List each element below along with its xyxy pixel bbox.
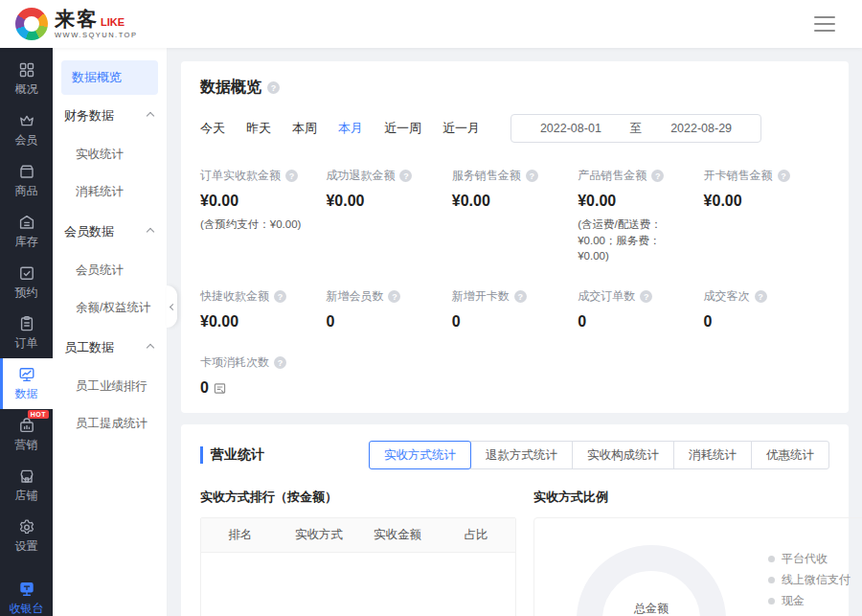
donut-chart: 总金额 ¥0.00 bbox=[577, 545, 726, 616]
subnav-group-staff[interactable]: 员工数据 bbox=[61, 327, 158, 368]
help-icon[interactable]: ? bbox=[651, 170, 664, 182]
help-icon[interactable]: ? bbox=[274, 356, 286, 369]
marketing-bag-icon bbox=[18, 417, 35, 434]
subnav-item-staff-commission[interactable]: 员工提成统计 bbox=[61, 405, 158, 443]
tab-payment-method-stats[interactable]: 实收方式统计 bbox=[369, 441, 471, 469]
subnav-item-data-overview[interactable]: 数据概览 bbox=[61, 60, 158, 95]
column-ratio: 占比 bbox=[437, 518, 515, 552]
legend-item[interactable]: 现金 bbox=[768, 593, 862, 609]
ranking-table-empty-state: 暂无数据 bbox=[201, 553, 515, 616]
crown-icon bbox=[18, 112, 35, 129]
stats-tab-group: 实收方式统计 退款方式统计 实收构成统计 消耗统计 优惠统计 bbox=[369, 441, 829, 469]
brand-name-cn: 来客 bbox=[55, 8, 99, 30]
grid-icon bbox=[18, 61, 35, 79]
sidebar-item-appointments[interactable]: 预约 bbox=[0, 257, 53, 308]
help-icon[interactable]: ? bbox=[755, 290, 767, 303]
storage-icon bbox=[18, 214, 35, 231]
help-icon[interactable]: ? bbox=[388, 290, 400, 303]
subnav-group-members[interactable]: 会员数据 bbox=[61, 211, 158, 252]
sidebar-item-settings[interactable]: 设置 bbox=[0, 511, 53, 561]
help-icon[interactable]: ? bbox=[285, 170, 298, 182]
chevron-left-icon bbox=[170, 303, 176, 309]
filter-today[interactable]: 今天 bbox=[200, 120, 225, 137]
sidebar-item-inventory[interactable]: 库存 bbox=[0, 206, 53, 257]
hot-badge: HOT bbox=[28, 410, 49, 419]
ranking-table-header: 排名 实收方式 实收金额 占比 bbox=[201, 518, 515, 553]
help-icon[interactable]: ? bbox=[399, 170, 412, 182]
help-icon[interactable]: ? bbox=[640, 290, 652, 303]
section-title: 营业统计 bbox=[200, 446, 264, 464]
cashier-icon bbox=[18, 581, 35, 598]
sidebar-item-members[interactable]: 会员 bbox=[0, 104, 53, 155]
sidebar-item-overview[interactable]: 概况 bbox=[0, 54, 53, 104]
stat-refund: 成功退款金额? ¥0.00 bbox=[326, 168, 451, 264]
help-icon[interactable]: ? bbox=[274, 290, 286, 303]
sidebar-item-marketing[interactable]: HOT 营销 bbox=[0, 409, 53, 460]
stat-service-sales: 服务销售金额? ¥0.00 bbox=[452, 168, 578, 264]
menu-icon[interactable] bbox=[814, 16, 835, 32]
sidebar-item-orders[interactable]: 订单 bbox=[0, 308, 53, 358]
filter-last-month[interactable]: 近一月 bbox=[442, 120, 480, 137]
sidebar-item-data[interactable]: 数据 bbox=[0, 358, 53, 409]
legend-dot-icon bbox=[768, 556, 775, 562]
clipboard-icon bbox=[18, 315, 35, 332]
subnav-item-staff-ranking[interactable]: 员工业绩排行 bbox=[61, 368, 158, 405]
sidebar-collapse-button[interactable] bbox=[167, 285, 177, 328]
subnav-item-member-stats[interactable]: 会员统计 bbox=[61, 252, 158, 289]
filter-last-week[interactable]: 近一周 bbox=[384, 120, 421, 137]
date-filter-row: 今天 昨天 本周 本月 近一周 近一月 2022-08-01 至 2022-08… bbox=[200, 114, 829, 143]
filter-this-month[interactable]: 本月 bbox=[338, 120, 363, 137]
sidebar-item-cashier[interactable]: 收银台 bbox=[0, 573, 53, 616]
tab-discount-stats[interactable]: 优惠统计 bbox=[751, 441, 829, 469]
column-method: 实收方式 bbox=[280, 518, 358, 552]
subnav-item-income-stats[interactable]: 实收统计 bbox=[61, 136, 158, 173]
stat-product-sales: 产品销售金额? ¥0.00 (含运费/配送费：¥0.00；服务费：¥0.00) bbox=[578, 168, 703, 264]
help-icon[interactable]: ? bbox=[526, 170, 538, 182]
ranking-title: 实收方式排行（按金额） bbox=[200, 489, 516, 506]
storefront-icon bbox=[18, 468, 35, 485]
data-overview-card: 数据概览 ? 今天 昨天 本周 本月 近一周 近一月 2022-08-01 至 … bbox=[181, 61, 849, 413]
gear-icon bbox=[18, 518, 35, 536]
main-content: 数据概览 ? 今天 昨天 本周 本月 近一周 近一月 2022-08-01 至 … bbox=[168, 48, 862, 616]
ranking-table: 排名 实收方式 实收金额 占比 暂无数据 bbox=[200, 517, 516, 616]
monitor-chart-icon bbox=[18, 366, 35, 383]
stat-card-sales: 开卡销售金额? ¥0.00 bbox=[704, 168, 829, 264]
help-icon[interactable]: ? bbox=[514, 290, 527, 303]
tab-income-composition-stats[interactable]: 实收构成统计 bbox=[572, 441, 674, 469]
stat-deal-orders: 成交订单数? 0 bbox=[578, 288, 703, 331]
filter-yesterday[interactable]: 昨天 bbox=[246, 120, 271, 137]
stat-new-cards: 新增开卡数? 0 bbox=[452, 288, 578, 331]
date-range-picker[interactable]: 2022-08-01 至 2022-08-29 bbox=[510, 114, 761, 143]
sidebar-item-shop[interactable]: 店铺 bbox=[0, 460, 53, 511]
help-icon[interactable]: ? bbox=[267, 81, 280, 94]
page-title: 数据概览 bbox=[200, 78, 261, 98]
tab-refund-method-stats[interactable]: 退款方式统计 bbox=[470, 441, 573, 469]
legend-dot-icon bbox=[768, 598, 775, 605]
stat-new-members: 新增会员数? 0 bbox=[326, 288, 451, 331]
stat-quick-payment: 快捷收款金额? ¥0.00 bbox=[200, 288, 326, 331]
brand-logo: 来客LIKE WWW.SQYUN.TOP bbox=[15, 8, 137, 40]
chevron-up-icon bbox=[147, 344, 154, 352]
tab-consumption-stats[interactable]: 消耗统计 bbox=[673, 441, 752, 469]
donut-center-label: 总金额 bbox=[634, 601, 669, 616]
subnav-item-balance-stats[interactable]: 余额/权益统计 bbox=[61, 289, 158, 327]
brand-logo-icon bbox=[15, 8, 48, 40]
subnav-item-consumption-stats[interactable]: 消耗统计 bbox=[61, 173, 158, 211]
chart-legend: 平台代收 线上微信支付 现金 其他 微信（记账） 支付宝（记账） POS机（记账… bbox=[768, 551, 862, 616]
stats-grid: 订单实收款金额? ¥0.00 (含预约支付：¥0.00) 成功退款金额? ¥0.… bbox=[200, 168, 829, 397]
primary-sidebar: 概况 会员 商品 库存 预约 订单 数据 HOT 营销 bbox=[0, 48, 53, 616]
business-stats-card: 营业统计 实收方式统计 退款方式统计 实收构成统计 消耗统计 优惠统计 实收方式… bbox=[181, 424, 849, 616]
stat-customer-visits: 成交客次? 0 bbox=[704, 288, 829, 331]
legend-item[interactable]: 平台代收 bbox=[768, 551, 862, 567]
stat-order-income: 订单实收款金额? ¥0.00 (含预约支付：¥0.00) bbox=[200, 168, 326, 264]
brand-name-en: LIKE bbox=[101, 16, 125, 28]
record-detail-icon[interactable] bbox=[214, 382, 226, 395]
filter-this-week[interactable]: 本周 bbox=[292, 120, 317, 137]
stat-card-consumption: 卡项消耗次数? 0 bbox=[200, 354, 326, 397]
box-icon bbox=[18, 163, 35, 180]
chevron-up-icon bbox=[147, 112, 154, 120]
sidebar-item-products[interactable]: 商品 bbox=[0, 155, 53, 206]
help-icon[interactable]: ? bbox=[778, 170, 790, 182]
legend-item[interactable]: 线上微信支付 bbox=[768, 572, 862, 588]
subnav-group-finance[interactable]: 财务数据 bbox=[61, 95, 158, 136]
